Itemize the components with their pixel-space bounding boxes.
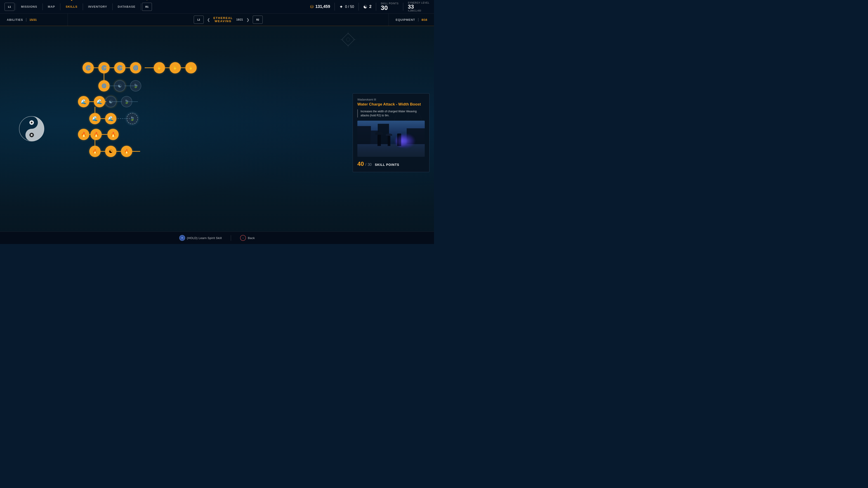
tooltip-cost: 40 / 30 SKILL POINTS <box>358 160 425 167</box>
skill-points-value: 30 <box>381 5 388 11</box>
skill-node-r5-3[interactable]: 🔥 <box>107 129 119 140</box>
yin-icon-2: ☯ <box>109 99 113 104</box>
tooltip-description: Increases the width of charged Water Wea… <box>361 109 425 118</box>
nav-database[interactable]: DATABASE <box>114 0 140 13</box>
circle-button[interactable]: ○ <box>240 235 246 241</box>
wave-icon-2: 🌊 <box>97 99 102 104</box>
nav-l1-button[interactable]: L1 <box>4 3 14 11</box>
cost-label: SKILL POINTS <box>375 163 399 166</box>
category-count: 18/21 <box>236 18 243 21</box>
yin-icon-3: ☯ <box>109 149 113 154</box>
skill-node-r6-2[interactable]: ☯ <box>105 146 116 157</box>
skill-node-r3-3[interactable]: ☯ <box>105 96 116 107</box>
bottom-bar: ✕ (HOLD) Learn Spirit Skill ○ Back <box>0 232 434 244</box>
nav-separator-1 <box>16 3 16 10</box>
synergy-value-wrap: 33 <box>408 4 430 9</box>
nav-separator-3 <box>60 3 60 10</box>
stamina-current: 0 <box>345 5 347 8</box>
skill-node-r2-1[interactable]: 🌀 <box>98 80 110 92</box>
diamond-decoration <box>339 31 357 48</box>
skill-node-r3-4[interactable]: 🍃 <box>121 96 132 107</box>
spiral-icon-4: 🌀 <box>133 65 138 70</box>
arrow-left-button[interactable]: ❮ <box>207 18 210 22</box>
skill-node-r1-5[interactable]: ✋ <box>154 62 165 73</box>
skill-tooltip: Wadanokami III Water Charge Attack - Wid… <box>352 93 430 172</box>
spirit-icon: ☯ <box>363 4 367 9</box>
skill-node-r5-1[interactable]: 🔥 <box>78 129 89 140</box>
flame-sm-icon-2: 🔥 <box>124 149 129 154</box>
category-title: ETHEREAL WEAVING <box>213 17 233 23</box>
skill-node-r1-2[interactable]: 🌀 <box>98 62 110 73</box>
skill-node-r2-2[interactable]: ☯ <box>114 80 125 92</box>
equipment-label: EQUIPMENT <box>396 18 415 22</box>
flame-sm-icon-1: 🔥 <box>92 149 97 154</box>
stat-sep-4 <box>403 3 403 11</box>
nav-map[interactable]: MAP <box>44 0 59 13</box>
spirit-value: 2 <box>369 4 371 9</box>
stamina-values: 0 / 50 <box>345 5 354 9</box>
skill-node-r2-3[interactable]: 🍃 <box>130 80 141 92</box>
nav-skills-wrap: SKILLS <box>61 0 81 13</box>
abilities-section: ABILITIES | 15/31 <box>0 13 68 26</box>
cost-current: 40 <box>358 160 364 167</box>
skill-tree-area: 🌀 🌀 🌀 🌀 ✋ ✋ ✋ 🌀 ☯ 🍃 <box>0 26 434 232</box>
currency-stat: ⛁ 131,459 <box>310 4 330 9</box>
cross-button[interactable]: ✕ <box>179 235 185 241</box>
stamina-sep: / <box>348 5 349 8</box>
skill-node-r5-2[interactable]: 🔥 <box>90 129 102 140</box>
learn-skill-action: ✕ (HOLD) Learn Spirit Skill <box>179 235 222 241</box>
skill-node-r1-3[interactable]: 🌀 <box>114 62 125 73</box>
building-1 <box>358 126 371 144</box>
nav-r1-button[interactable]: ● R1 <box>142 3 152 11</box>
circle-icon: ○ <box>242 236 244 239</box>
spirit-stat: ☯ 2 <box>363 4 371 9</box>
skill-node-r6-1[interactable]: 🔥 <box>89 146 101 157</box>
nav-r1-dot: ● <box>147 0 147 1</box>
hand-icon-3: ✋ <box>188 65 193 70</box>
skill-node-r4-3[interactable]: 🍃 <box>127 113 138 124</box>
topbar: L1 MISSIONS MAP SKILLS INVENTORY DATABAS… <box>0 0 434 13</box>
synergy-block: SYNERGY LEVEL 33 4,288/11,400 <box>408 2 430 12</box>
spiral-icon-1: 🌀 <box>86 65 91 70</box>
wave-sm-icon-2: 🌊 <box>108 116 114 121</box>
water-effect <box>397 134 414 148</box>
stat-sep-1 <box>335 3 335 11</box>
abilities-label: ABILITIES <box>7 18 23 22</box>
abilities-count: 15/31 <box>29 18 37 22</box>
arrow-right-button[interactable]: ❯ <box>246 18 249 22</box>
nav-separator-5 <box>112 3 113 10</box>
tooltip-subtitle: Wadanokami III <box>358 98 425 101</box>
tooltip-image <box>358 121 425 157</box>
currency-value: 131,459 <box>315 4 330 9</box>
leaf-sel-icon: 🍃 <box>130 116 135 121</box>
hand-icon-1: ✋ <box>157 65 162 70</box>
skill-node-r1-7[interactable]: ✋ <box>185 62 197 73</box>
umbrella-1 <box>375 132 383 135</box>
svg-rect-27 <box>342 33 355 46</box>
skill-node-r3-2[interactable]: 🌊 <box>94 96 105 107</box>
section-bar: ABILITIES | 15/31 L2 ❮ ETHEREAL WEAVING … <box>0 13 434 26</box>
skill-node-r1-6[interactable]: ✋ <box>169 62 181 73</box>
spiral-icon-3: 🌀 <box>117 65 123 70</box>
next-category-button[interactable]: R2 <box>253 15 263 24</box>
nav-missions[interactable]: MISSIONS <box>17 0 41 13</box>
skill-node-r1-1[interactable]: 🌀 <box>83 62 94 73</box>
abilities-separator: | <box>26 18 27 22</box>
skill-node-r1-4[interactable]: 🌀 <box>130 62 141 73</box>
nav-skills[interactable]: SKILLS <box>61 0 81 13</box>
skill-node-r6-3[interactable]: 🔥 <box>121 146 132 157</box>
skill-node-r4-2[interactable]: 🌊 <box>105 113 116 124</box>
equipment-count: 8/16 <box>422 18 427 22</box>
nav-separator-2 <box>42 3 43 10</box>
skill-node-r3-1[interactable]: 🌊 <box>78 96 89 107</box>
skill-node-r4-1[interactable]: 🌊 <box>89 113 101 124</box>
currency-icon: ⛁ <box>310 4 313 9</box>
prev-category-button[interactable]: L2 <box>194 15 204 24</box>
figure-1 <box>377 135 381 146</box>
nav-separator-6 <box>141 3 141 10</box>
nav-inventory[interactable]: INVENTORY <box>84 0 111 13</box>
equipment-section: EQUIPMENT | 8/16 <box>389 13 434 26</box>
equipment-separator: | <box>418 18 419 22</box>
middle-section: L2 ❮ ETHEREAL WEAVING 18/21 ❯ R2 <box>68 13 389 26</box>
category-name-line2: WEAVING <box>215 20 231 23</box>
